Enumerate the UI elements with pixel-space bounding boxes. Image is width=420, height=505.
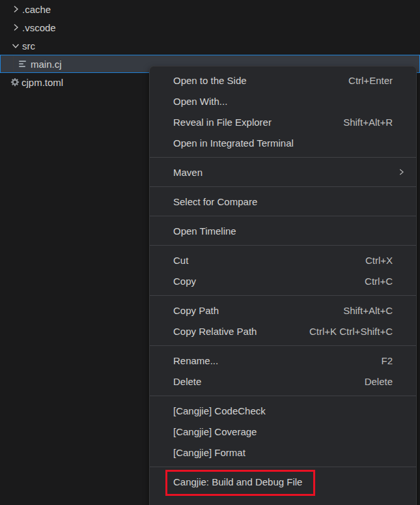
menu-item-label: Rename... <box>173 355 218 366</box>
menu-item-label: Open Timeline <box>173 225 236 237</box>
menu-item-select-for-compare[interactable]: Select for Compare <box>150 191 416 212</box>
tree-item-label: .cache <box>22 4 51 15</box>
menu-item-shortcut: Ctrl+K Ctrl+Shift+C <box>309 326 393 337</box>
menu-item-cangjie-coverage[interactable]: [Cangjie] Coverage <box>150 421 416 442</box>
chevron-right-icon[interactable] <box>10 22 21 33</box>
indent-guide <box>13 55 14 72</box>
menu-item-cut[interactable]: Cut Ctrl+X <box>150 250 416 270</box>
tree-item-vscode[interactable]: .vscode <box>0 18 420 36</box>
menu-separator <box>150 216 416 216</box>
menu-item-label: Open With... <box>173 96 227 107</box>
menu-item-open-timeline[interactable]: Open Timeline <box>150 220 416 241</box>
menu-item-shortcut: Ctrl+Enter <box>348 75 393 86</box>
tree-item-label: main.cj <box>31 59 62 70</box>
menu-item-copy[interactable]: Copy Ctrl+C <box>150 270 416 291</box>
tree-item-label: .vscode <box>22 22 56 33</box>
tree-item-label: cjpm.toml <box>21 77 63 88</box>
menu-separator <box>150 295 416 296</box>
chevron-down-icon[interactable] <box>10 40 21 51</box>
menu-separator <box>150 157 416 158</box>
submenu-arrow-icon <box>397 167 406 177</box>
menu-item-cangjie-build-and-debug-file[interactable]: Cangjie: Build and Debug File <box>150 471 416 492</box>
menu-item-rename[interactable]: Rename... F2 <box>150 350 416 371</box>
menu-item-label: Open in Integrated Terminal <box>173 137 294 149</box>
menu-item-label: Maven <box>173 167 203 178</box>
explorer-pane: .cache .vscode src main.cj <box>0 0 420 505</box>
menu-item-label: [Cangjie] Format <box>173 447 245 458</box>
menu-item-label: Reveal in File Explorer <box>173 117 272 128</box>
menu-item-shortcut: Shift+Alt+R <box>343 117 393 128</box>
menu-item-label: [Cangjie] CodeCheck <box>173 405 266 416</box>
menu-separator <box>150 396 416 396</box>
menu-item-copy-path[interactable]: Copy Path Shift+Alt+C <box>150 300 416 321</box>
menu-item-cangjie-codecheck[interactable]: [Cangjie] CodeCheck <box>150 400 416 421</box>
menu-item-shortcut: Ctrl+X <box>365 255 393 266</box>
tree-item-src[interactable]: src <box>0 36 420 55</box>
menu-item-reveal-in-file-explorer[interactable]: Reveal in File Explorer Shift+Alt+R <box>150 111 416 132</box>
menu-item-shortcut: Shift+Alt+C <box>343 305 393 316</box>
menu-separator <box>150 467 416 467</box>
menu-separator <box>150 186 416 187</box>
menu-item-copy-relative-path[interactable]: Copy Relative Path Ctrl+K Ctrl+Shift+C <box>150 321 416 341</box>
tree-item-label: src <box>22 40 35 51</box>
menu-separator <box>150 245 416 246</box>
menu-item-maven[interactable]: Maven <box>150 162 416 182</box>
gear-icon <box>10 77 20 87</box>
menu-item-label: Delete <box>173 376 201 387</box>
menu-item-label: [Cangjie] Coverage <box>173 426 257 437</box>
menu-item-open-to-the-side[interactable]: Open to the Side Ctrl+Enter <box>150 70 416 91</box>
menu-item-label: Select for Compare <box>173 196 257 207</box>
menu-item-shortcut: Delete <box>365 376 393 387</box>
cangjie-source-icon <box>19 59 29 69</box>
menu-item-shortcut: F2 <box>381 355 393 366</box>
menu-item-label: Copy Relative Path <box>173 326 257 337</box>
menu-item-delete[interactable]: Delete Delete <box>150 371 416 392</box>
menu-item-cangjie-format[interactable]: [Cangjie] Format <box>150 442 416 463</box>
menu-separator <box>150 345 416 346</box>
menu-item-label: Copy <box>173 276 196 287</box>
menu-item-open-in-integrated-terminal[interactable]: Open in Integrated Terminal <box>150 132 416 153</box>
menu-item-open-with[interactable]: Open With... <box>150 91 416 111</box>
tree-item-cache[interactable]: .cache <box>0 0 420 18</box>
menu-item-label: Copy Path <box>173 305 219 316</box>
menu-item-label: Cut <box>173 255 188 266</box>
chevron-right-icon[interactable] <box>10 4 21 14</box>
context-menu: Open to the Side Ctrl+Enter Open With...… <box>149 66 417 505</box>
menu-item-label: Open to the Side <box>173 75 247 86</box>
menu-item-label: Cangjie: Build and Debug File <box>173 476 302 487</box>
menu-item-shortcut: Ctrl+C <box>365 276 393 287</box>
